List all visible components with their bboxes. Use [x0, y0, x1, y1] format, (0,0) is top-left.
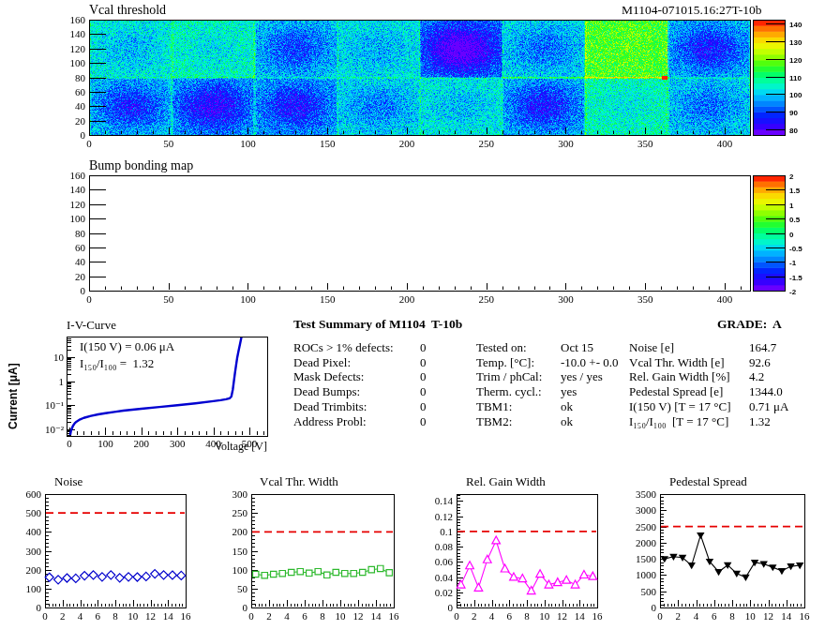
summary-value: ok — [561, 415, 573, 428]
summary-label: I(150 V) [T = 17 °C] — [629, 400, 730, 413]
iv-y-axis-label: Current [μA] — [8, 363, 20, 429]
summary-label: TBM2: — [476, 415, 512, 428]
summary-label: Therm. cycl.: — [476, 385, 542, 398]
summary-value: 0 — [420, 356, 427, 369]
summary-value: 0 — [420, 341, 427, 354]
summary-module-suffix: T-10b — [431, 318, 462, 332]
vcal-map-title: Vcal threshold — [89, 3, 166, 17]
summary-label: ROCs > 1% defects: — [293, 341, 394, 354]
summary-value: 4.2 — [749, 370, 764, 383]
vcal-width-plot-title: Vcal Thr. Width — [260, 475, 338, 488]
summary-label: Dead Pixel: — [293, 356, 351, 369]
summary-value: 92.6 — [749, 356, 771, 369]
iv-curve-title: I-V-Curve — [67, 319, 116, 332]
summary-value: 0 — [420, 385, 427, 398]
rel-gain-width-plot-title: Rel. Gain Width — [466, 475, 546, 488]
module-id-label: M1104-071015.16:27T-10b — [622, 4, 761, 18]
summary-label: Pedestal Spread [e] — [629, 385, 723, 398]
summary-label: Temp. [°C]: — [476, 356, 534, 369]
summary-label: Noise [e] — [629, 341, 674, 354]
summary-label: I₁₅₀/I₁₀₀ [T = 17 °C] — [629, 415, 728, 428]
summary-label: Rel. Gain Width [%] — [629, 370, 730, 383]
summary-label: Vcal Thr. Width [e] — [629, 356, 725, 369]
summary-value: -10.0 +- 0.0 — [561, 356, 619, 369]
iv-annotation-current: I(150 V) = 0.06 μA — [80, 340, 174, 353]
summary-label: TBM1: — [476, 400, 512, 413]
summary-label: Dead Bumps: — [293, 385, 360, 398]
summary-value: 1344.0 — [749, 385, 783, 398]
iv-annotation-ratio: I₁₅₀/I₁₀₀ = 1.32 — [80, 357, 154, 370]
summary-value: ok — [561, 400, 573, 413]
summary-value: yes — [561, 385, 577, 398]
summary-value: 1.32 — [749, 415, 771, 428]
summary-value: 0 — [420, 370, 427, 383]
summary-label: Dead Trimbits: — [293, 400, 367, 413]
module-test-summary-page: Vcal threshold M1104-071015.16:27T-10b B… — [0, 0, 840, 630]
pedestal-spread-plot-title: Pedestal Spread — [669, 475, 747, 488]
summary-value: 0 — [420, 400, 427, 413]
summary-value: Oct 15 — [561, 341, 593, 354]
summary-label: Tested on: — [476, 341, 527, 354]
iv-x-axis-label: Voltage [V] — [192, 441, 267, 453]
summary-title: Test Summary of M1104 — [293, 318, 426, 332]
summary-value: 0.71 μA — [749, 400, 788, 413]
plots-canvas — [0, 0, 840, 630]
summary-value: 0 — [420, 415, 427, 428]
noise-plot-title: Noise — [54, 475, 82, 488]
bump-map-title: Bump bonding map — [89, 158, 193, 172]
summary-label: Mask Defects: — [293, 370, 364, 383]
grade-label: GRADE: — [717, 318, 767, 332]
summary-value: 164.7 — [749, 341, 776, 354]
summary-value: yes / yes — [561, 370, 603, 383]
summary-label: Address Probl: — [293, 415, 367, 428]
grade-value: A — [772, 318, 782, 332]
summary-label: Trim / phCal: — [476, 370, 542, 383]
